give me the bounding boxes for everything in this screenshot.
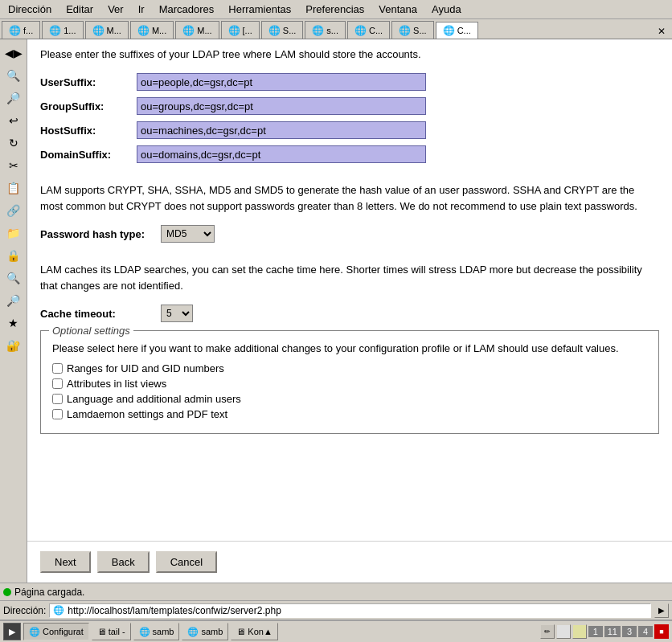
sidebar-btn-2[interactable]: 🔎 — [3, 88, 24, 108]
main-container: ◀▶🔍🔎↩↻✂📋🔗📁🔒🔍🔎★🔐 Please enter the suffixe… — [0, 39, 672, 583]
taskbar-item-0[interactable]: 🌐Configurat — [23, 623, 89, 640]
tab-1[interactable]: 🌐1... — [42, 21, 83, 39]
statusbar: Página cargada. — [0, 583, 672, 600]
taskbar-item-3[interactable]: 🌐samb — [182, 623, 228, 640]
tab-close-button[interactable]: ✕ — [653, 24, 670, 39]
checkbox-3[interactable] — [52, 409, 63, 419]
form-description: Please enter the suffixes of your LDAP t… — [40, 47, 659, 62]
sidebar-btn-6[interactable]: 📋 — [3, 178, 24, 198]
field-label-1: GroupSuffix: — [40, 100, 137, 112]
sidebar-btn-3[interactable]: ↩ — [3, 110, 24, 131]
taskbar-item-2[interactable]: 🌐samb — [133, 623, 180, 640]
hash-row: Password hash type: MD5CRYPTSHASSHASMD5P… — [40, 225, 659, 243]
sidebar-btn-0[interactable]: ◀▶ — [3, 43, 24, 63]
taskbar-num-2: 3 — [622, 626, 637, 637]
field-row-0: UserSuffix: — [40, 73, 659, 91]
menu-direccion[interactable]: Dirección — [3, 2, 56, 17]
tab-6[interactable]: 🌐S... — [261, 21, 304, 39]
color-square-0 — [556, 624, 571, 639]
field-row-3: DomainSuffix: — [40, 145, 659, 163]
menu-editar[interactable]: Editar — [61, 2, 98, 17]
tab-8[interactable]: 🌐C... — [347, 21, 390, 39]
taskbar-item-1[interactable]: 🖥tail - — [92, 623, 131, 640]
field-label-2: HostSuffix: — [40, 125, 137, 137]
address-input-container[interactable]: 🌐 http://localhost/lam/templates/confwiz… — [49, 603, 651, 618]
checkbox-label-2: Language and additional admin users — [67, 393, 241, 405]
sidebar-btn-13[interactable]: 🔐 — [3, 335, 24, 356]
tab-3[interactable]: 🌐M... — [130, 21, 174, 39]
status-text: Página cargada. — [14, 587, 84, 598]
checkbox-row-2: Language and additional admin users — [52, 393, 647, 405]
tab-2[interactable]: 🌐M... — [85, 21, 129, 39]
menu-ayuda[interactable]: Ayuda — [427, 2, 466, 17]
taskbar-right: ✏11134■ — [540, 624, 669, 639]
sidebar-btn-8[interactable]: 📁 — [3, 223, 24, 243]
tab-4[interactable]: 🌐M... — [175, 21, 219, 39]
checkbox-label-3: Lamdaemon settings and PDF text — [67, 408, 227, 420]
optional-legend: Optional settings — [49, 325, 133, 337]
checkbox-1[interactable] — [52, 378, 63, 389]
menu-ir[interactable]: Ir — [133, 2, 150, 17]
addressbar: Dirección: 🌐 http://localhost/lam/templa… — [0, 600, 672, 620]
menu-herramientas[interactable]: Herramientas — [223, 2, 296, 17]
sidebar-btn-9[interactable]: 🔒 — [3, 245, 24, 266]
checkbox-0[interactable] — [52, 363, 63, 374]
tab-5[interactable]: 🌐[... — [221, 21, 260, 39]
checkbox-2[interactable] — [52, 394, 63, 404]
tab-7[interactable]: 🌐s... — [305, 21, 346, 39]
field-input-1[interactable] — [137, 97, 426, 115]
field-label-3: DomainSuffix: — [40, 149, 137, 161]
cancel-button[interactable]: Cancel — [156, 551, 217, 573]
sidebar-btn-1[interactable]: 🔍 — [3, 65, 24, 86]
field-row-1: GroupSuffix: — [40, 97, 659, 115]
field-input-3[interactable] — [137, 145, 426, 163]
sidebar-btn-5[interactable]: ✂ — [3, 155, 24, 176]
field-input-0[interactable] — [137, 73, 426, 91]
checkbox-label-1: Attributes in list views — [67, 378, 166, 390]
taskbar-num-3: 4 — [638, 626, 653, 637]
next-button[interactable]: Next — [40, 551, 91, 573]
button-row: Next Back Cancel — [27, 541, 672, 583]
menu-preferencias[interactable]: Preferencias — [301, 2, 369, 17]
cache-row: Cache timeout: 510153060 — [40, 305, 659, 322]
hash-label: Password hash type: — [40, 228, 161, 240]
taskbar: ▶🌐Configurat🖥tail -🌐samb🌐samb🖥Kon▲✏11134… — [0, 620, 672, 642]
checkbox-label-0: Ranges for UID and GID numbers — [67, 362, 224, 374]
field-label-0: UserSuffix: — [40, 76, 137, 88]
optional-settings-box: Optional settings Please select here if … — [40, 330, 659, 434]
checkbox-row-1: Attributes in list views — [52, 378, 647, 390]
sidebar-btn-10[interactable]: 🔍 — [3, 268, 24, 288]
terminal-icon: ▶ — [3, 623, 21, 640]
color-square-1 — [572, 624, 587, 639]
address-go-button[interactable]: ▶ — [654, 603, 669, 618]
tab-0[interactable]: 🌐f... — [2, 21, 40, 39]
address-url: http://localhost/lam/templates/confwiz/s… — [68, 605, 281, 616]
sidebar-btn-12[interactable]: ★ — [3, 313, 24, 333]
checkbox-row-0: Ranges for UID and GID numbers — [52, 362, 647, 374]
hash-select[interactable]: MD5CRYPTSHASSHASMD5PLAIN — [161, 225, 215, 243]
sidebar-btn-11[interactable]: 🔎 — [3, 290, 24, 311]
edit-icon[interactable]: ✏ — [540, 624, 555, 639]
sidebar-btn-7[interactable]: 🔗 — [3, 200, 24, 221]
menu-ventana[interactable]: Ventana — [374, 2, 422, 17]
hash-info: LAM supports CRYPT, SHA, SSHA, MD5 and S… — [40, 182, 659, 214]
cache-select[interactable]: 510153060 — [161, 305, 193, 322]
back-button[interactable]: Back — [97, 551, 150, 573]
address-label: Dirección: — [3, 605, 46, 616]
sidebar: ◀▶🔍🔎↩↻✂📋🔗📁🔒🔍🔎★🔐 — [0, 39, 27, 583]
field-input-2[interactable] — [137, 121, 426, 139]
menu-marcadores[interactable]: Marcadores — [154, 2, 219, 17]
tabbar: 🌐f...🌐1...🌐M...🌐M...🌐M...🌐[...🌐S...🌐s...… — [0, 19, 672, 39]
menubar: Dirección Editar Ver Ir Marcadores Herra… — [0, 0, 672, 19]
cache-label: Cache timeout: — [40, 308, 161, 320]
tab-9[interactable]: 🌐S... — [391, 21, 434, 39]
taskbar-item-4[interactable]: 🖥Kon▲ — [231, 623, 277, 640]
sidebar-btn-4[interactable]: ↻ — [3, 133, 24, 153]
tab-10[interactable]: 🌐C... — [436, 22, 478, 39]
taskbar-red-indicator: ■ — [654, 624, 669, 639]
checkbox-row-3: Lamdaemon settings and PDF text — [52, 408, 647, 420]
scroll-area[interactable]: Please enter the suffixes of your LDAP t… — [27, 39, 672, 541]
status-dot — [3, 588, 11, 596]
cache-info: LAM caches its LDAP searches, you can se… — [40, 262, 659, 293]
menu-ver[interactable]: Ver — [103, 2, 129, 17]
